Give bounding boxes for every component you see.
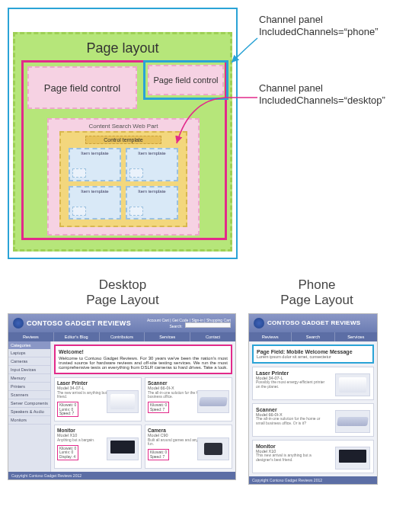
page-field-control-desktop: Page field control (27, 66, 137, 109)
mobile-welcome-body: Lorem ipsum dolor sit amet, consectetur (257, 354, 369, 359)
page-field-control-label: Page field control (44, 82, 120, 94)
product-grid: Laser PrinterModel 34-07-LThe new arriva… (54, 377, 232, 469)
search-label: Search: (169, 324, 182, 328)
product-image (335, 447, 370, 470)
page-layout-title: Page layout (20, 39, 225, 61)
nav-tab[interactable]: Contributors (100, 332, 145, 341)
nav-tab[interactable]: Editor's Blog (54, 332, 100, 341)
product-image (107, 390, 139, 413)
phone-product-list: Laser PrinterModel 34-07-LPossibly the m… (252, 367, 374, 473)
diagram-stage: Page layout Page field control Page fiel… (0, 0, 393, 267)
product-name: Camera (148, 428, 229, 433)
product-card: ScannerModel 66-0I-XThe all-in-one solut… (145, 377, 232, 421)
brandbar: CONTOSO GADGET REVIEWS Account Cart | Ge… (8, 314, 235, 332)
brand-right: Account Cart | Get Code | Sign-in | Shop… (147, 318, 231, 328)
product-details: Kilowatt: 0 Speed: 7 (148, 449, 169, 460)
sidebar-item[interactable]: Laptops (8, 349, 50, 357)
product-name: Scanner (148, 380, 229, 386)
sidebar-item[interactable]: Monitors (8, 416, 50, 425)
product-name: Monitor (57, 428, 139, 433)
phone-heading: Phone Page Layout (248, 277, 385, 309)
nav-tab[interactable]: Services (335, 332, 377, 341)
callout-desktop: Channel panel IncludedChannels=“desktop” (259, 82, 385, 107)
item-template: Item template (126, 148, 178, 181)
welcome-heading: Welcome! (59, 349, 228, 354)
sidebar-categories: CategoriesLaptopsCamerasInput DevicesMem… (8, 341, 51, 472)
welcome-panel: Welcome! Welcome to Contoso Gadget Revie… (54, 345, 232, 374)
phone-page-layout: CONTOSO GADGET REVIEWS ReviewsSearchServ… (248, 313, 378, 485)
search-input[interactable] (185, 322, 231, 328)
footer: Copyright Contoso Gadget Reviews 2012 (249, 476, 377, 484)
product-blurb: Possibly the most energy-efficient print… (256, 380, 329, 389)
product-card: CameraModel C90Built all around games an… (145, 425, 232, 469)
product-card: Laser PrinterModel 34-07-LPossibly the m… (252, 367, 374, 400)
brandbar: CONTOSO GADGET REVIEWS (249, 314, 377, 332)
sidebar-item[interactable]: Server Components (8, 399, 50, 408)
outer-master-box: Page layout Page field control Page fiel… (8, 8, 238, 259)
product-card: ScannerModel 66-0I-XThe all-in-one solut… (252, 403, 374, 437)
product-details: Kilowatt: 0 Speed: 7 (148, 402, 169, 413)
product-card: Laser PrinterModel 34-07-LThe new arriva… (54, 377, 142, 421)
page-field-control-phone: Page field control (148, 65, 224, 95)
desktop-heading: Desktop Page Layout (8, 277, 238, 309)
item-template: Item template (126, 186, 178, 220)
callout-phone: Channel panel IncludedChannels=“phone” (259, 14, 378, 39)
sidebar-item[interactable]: Input Devices (8, 366, 50, 374)
item-template: Item template (69, 186, 121, 220)
desktop-page-layout: CONTOSO GADGET REVIEWS Account Cart | Ge… (8, 313, 236, 480)
product-details: Kilowatt: 0 Lumix: 0 Display: 4 (57, 445, 78, 460)
phone-column: Phone Page Layout CONTOSO GADGET REVIEWS… (248, 277, 385, 485)
callout-phone-line1: Channel panel (259, 14, 378, 26)
mobile-welcome-heading: Page Field: Mobile Welcome Message (257, 349, 369, 354)
phone-nav: ReviewsSearchServices (249, 332, 377, 341)
sidebar-item[interactable]: Cameras (8, 357, 50, 366)
control-template-label: Control template (85, 136, 161, 144)
layouts-row: Desktop Page Layout CONTOSO GADGET REVIE… (0, 267, 393, 495)
desktop-column: Desktop Page Layout CONTOSO GADGET REVIE… (8, 277, 238, 485)
sidebar-header: Categories (8, 341, 50, 349)
sidebar-item[interactable]: Printers (8, 383, 50, 391)
cswp-title: Content Search Web Part (52, 123, 195, 130)
nav-tab[interactable]: Reviews (249, 332, 292, 341)
brand-title: CONTOSO GADGET REVIEWS (267, 319, 360, 326)
nav-tab[interactable]: Contact (190, 332, 235, 341)
callout-desktop-line2: IncludedChannels=“desktop” (259, 95, 385, 107)
ribbon-badge-icon (254, 318, 264, 328)
product-blurb: This new arrival is anything but a desig… (256, 453, 329, 463)
product-image (107, 437, 139, 460)
product-blurb: The all-in-one solution for the home or … (256, 417, 329, 426)
nav-tab[interactable]: Search (292, 332, 334, 341)
footer: Copyright Contoso Gadget Reviews 2012 (8, 472, 235, 479)
product-card: MonitorModel X10Anything but a bargain.K… (54, 425, 142, 469)
nav-tab[interactable]: Services (145, 332, 190, 341)
desktop-main: Welcome! Welcome to Contoso Gadget Revie… (51, 341, 235, 472)
phone-body: Page Field: Mobile Welcome Message Lorem… (249, 341, 377, 476)
product-image (335, 410, 370, 433)
product-image (197, 390, 229, 413)
welcome-body: Welcome to Contoso Gadget Reviews. For 3… (59, 356, 228, 370)
content-search-web-part: Content Search Web Part Control template… (47, 118, 200, 236)
item-template: Item template (69, 148, 121, 181)
page-layout-area: Page layout Page field control Page fiel… (13, 32, 232, 252)
product-name: Laser Printer (57, 380, 139, 386)
page-field-control-phone-label: Page field control (154, 75, 219, 85)
mobile-welcome-panel: Page Field: Mobile Welcome Message Lorem… (252, 345, 374, 364)
sidebar-item[interactable]: Scanners (8, 391, 50, 399)
brand-title: CONTOSO GADGET REVIEWS (27, 319, 131, 327)
product-details: Kilowatt: 0 Lumix: 0 Speed: 7 (57, 402, 78, 417)
sidebar-item[interactable]: Memory (8, 374, 50, 383)
nav-tab[interactable]: Reviews (8, 332, 54, 341)
item-template-grid: Item template Item template Item templat… (64, 146, 183, 221)
control-template: Control template Item template Item temp… (59, 131, 187, 227)
desktop-nav: ReviewsEditor's BlogContributorsServices… (8, 332, 235, 341)
product-image (335, 373, 370, 396)
callout-phone-line2: IncludedChannels=“phone” (259, 26, 378, 38)
callout-desktop-line1: Channel panel (259, 82, 385, 95)
desktop-body: CategoriesLaptopsCamerasInput DevicesMem… (8, 341, 235, 472)
sidebar-item[interactable]: Speakers & Audio (8, 408, 50, 416)
product-image (197, 437, 229, 460)
product-card: MonitorModel X10This new arrival is anyt… (252, 440, 374, 473)
ribbon-badge-icon (13, 318, 24, 328)
